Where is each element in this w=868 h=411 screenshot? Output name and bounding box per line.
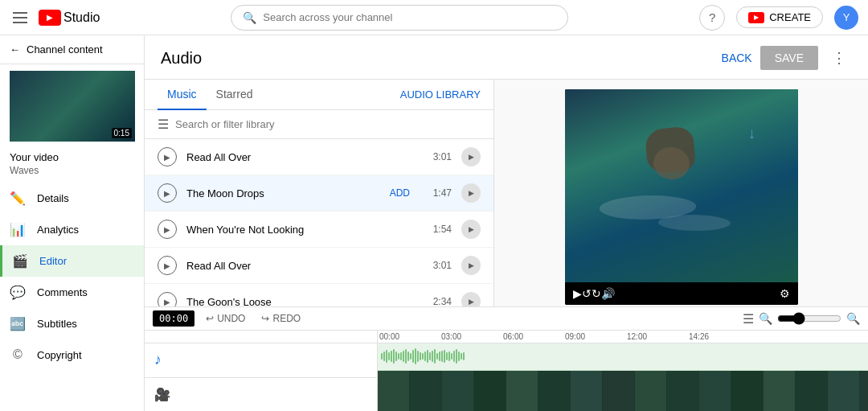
zoom-out-icon[interactable]: 🔍 [759, 312, 772, 325]
rewind-button[interactable]: ↺ [582, 287, 592, 300]
play-pause-button[interactable]: ▶ [573, 287, 582, 300]
timeline-ruler-row: 00:00 03:00 06:00 09:00 12:00 14:26 [145, 331, 868, 343]
sidebar-item-copyright[interactable]: © Copyright [0, 339, 144, 370]
audio-track-icon: ♪ [154, 351, 162, 368]
ruler-mark: 00:00 [378, 332, 440, 341]
audio-header-actions: BACK SAVE ⋮ [722, 45, 852, 71]
create-label: CREATE [769, 11, 811, 23]
sidebar-item-label: Editor [39, 255, 67, 267]
ruler-spacer [145, 331, 378, 343]
hamburger-icon[interactable] [10, 9, 31, 27]
wave-shape2 [656, 215, 732, 231]
sidebar-item-editor[interactable]: 🎬 Editor [0, 245, 144, 277]
settings-icon[interactable]: ⚙ [780, 287, 790, 300]
track-play-icon[interactable] [461, 183, 481, 203]
editor-icon: 🎬 [12, 253, 28, 269]
subtitles-icon: 🔤 [10, 316, 26, 331]
audio-panel: Audio BACK SAVE ⋮ Music Starred AUDIO LI… [145, 35, 868, 411]
video-subtitle: Waves [0, 165, 144, 183]
yt-icon [39, 10, 61, 26]
search-box: 🔍 [231, 5, 568, 31]
search-area: 🔍 [109, 5, 690, 31]
track-duration: 3:01 [426, 260, 452, 271]
track-name: The Goon's Loose [186, 296, 416, 307]
help-icon: ? [709, 10, 715, 24]
video-frame [603, 371, 635, 411]
topbar-left: Studio [10, 9, 100, 27]
undo-button[interactable]: ↩ UNDO [201, 310, 250, 327]
play-button[interactable]: ▶ [158, 183, 177, 203]
track-play-icon[interactable] [461, 256, 481, 275]
fast-forward-button[interactable]: ↻ [592, 287, 601, 300]
zoom-slider[interactable] [777, 312, 841, 325]
back-button[interactable]: BACK [722, 51, 752, 64]
zoom-in-icon[interactable]: 🔍 [846, 312, 860, 325]
audio-title: Audio [161, 49, 202, 68]
track-name: Read All Over [186, 151, 416, 163]
tabs-row: Music Starred AUDIO LIBRARY [145, 80, 493, 110]
main-layout: ← Channel content 0:15 Your video Waves … [0, 35, 868, 411]
track-duration: 1:47 [426, 187, 452, 199]
ruler-mark: 12:00 [625, 332, 687, 341]
redo-label: REDO [272, 313, 301, 324]
channel-content-label: Channel content [27, 43, 103, 55]
track-play-icon[interactable] [461, 220, 481, 239]
timeline-tracks: ♪ 🎥 [145, 343, 868, 411]
audio-library-link[interactable]: AUDIO LIBRARY [400, 80, 481, 109]
play-button[interactable]: ▶ [158, 292, 177, 306]
play-button[interactable]: ▶ [158, 147, 177, 166]
track-item: ▶ The Goon's Loose 2:34 [145, 284, 493, 306]
track-item: ▶ Read All Over 3:01 [145, 248, 493, 284]
video-track-icon: 🎥 [154, 387, 170, 402]
play-button[interactable]: ▶ [158, 256, 177, 275]
back-arrow-icon: ← [10, 43, 20, 55]
music-library: Music Starred AUDIO LIBRARY ☰ ▶ Read All… [145, 80, 494, 306]
search-input[interactable] [263, 11, 556, 23]
redo-button[interactable]: ↪ REDO [256, 310, 305, 327]
comments-icon: 💬 [10, 285, 26, 300]
video-thumbnail-preview: ↓ [565, 89, 798, 282]
tab-starred[interactable]: Starred [207, 80, 263, 110]
save-button[interactable]: SAVE [760, 46, 818, 70]
sidebar-item-analytics[interactable]: 📊 Analytics [0, 214, 144, 245]
video-frame [506, 371, 538, 411]
search-icon: 🔍 [243, 11, 256, 24]
player-controls: ▶ ↺ ↻ 🔊 ⚙ [565, 282, 798, 305]
play-button[interactable]: ▶ [158, 220, 177, 239]
filter-input[interactable] [175, 118, 481, 130]
audio-waveform [381, 347, 865, 366]
track-duration: 2:34 [426, 296, 452, 306]
video-frame [764, 371, 796, 411]
create-button[interactable]: CREATE [736, 6, 823, 28]
sidebar-item-subtitles[interactable]: 🔤 Subtitles [0, 308, 144, 339]
video-frame [538, 371, 571, 411]
zoom-controls: ☰ 🔍 🔍 [743, 311, 860, 327]
track-play-icon[interactable] [461, 147, 481, 166]
video-frame [796, 371, 828, 411]
content-area: Audio BACK SAVE ⋮ Music Starred AUDIO LI… [145, 35, 868, 411]
avatar[interactable]: Y [834, 6, 858, 30]
sidebar-item-label: Copyright [37, 349, 82, 361]
help-button[interactable]: ? [699, 5, 725, 31]
back-to-channel[interactable]: ← Channel content [0, 35, 144, 64]
track-name: The Moon Drops [186, 187, 374, 199]
add-button[interactable]: ADD [383, 186, 416, 200]
sidebar-item-label: Analytics [37, 224, 79, 236]
timeline-menu-icon[interactable]: ☰ [743, 311, 754, 327]
track-duration: 1:54 [426, 224, 452, 235]
audio-track-icon-row: ♪ [145, 343, 377, 378]
video-preview: ↓ ▶ ↺ ↻ 🔊 ⚙ [494, 80, 868, 306]
redo-icon: ↪ [261, 313, 269, 324]
track-item: ▶ The Moon Drops ADD 1:47 [145, 175, 493, 212]
tab-music[interactable]: Music [158, 80, 207, 110]
sidebar-item-details[interactable]: ✏️ Details [0, 183, 144, 214]
more-options-button[interactable]: ⋮ [826, 45, 852, 71]
sidebar-item-label: Details [37, 192, 69, 204]
ruler-marks: 00:00 03:00 06:00 09:00 12:00 14:26 [378, 331, 868, 343]
track-play-icon[interactable] [461, 292, 481, 306]
sidebar-item-comments[interactable]: 💬 Comments [0, 277, 144, 308]
volume-icon: 🔊 [601, 287, 615, 300]
video-player: ↓ ▶ ↺ ↻ 🔊 ⚙ [565, 89, 798, 305]
video-frame [667, 371, 699, 411]
audio-header: Audio BACK SAVE ⋮ [145, 35, 868, 80]
